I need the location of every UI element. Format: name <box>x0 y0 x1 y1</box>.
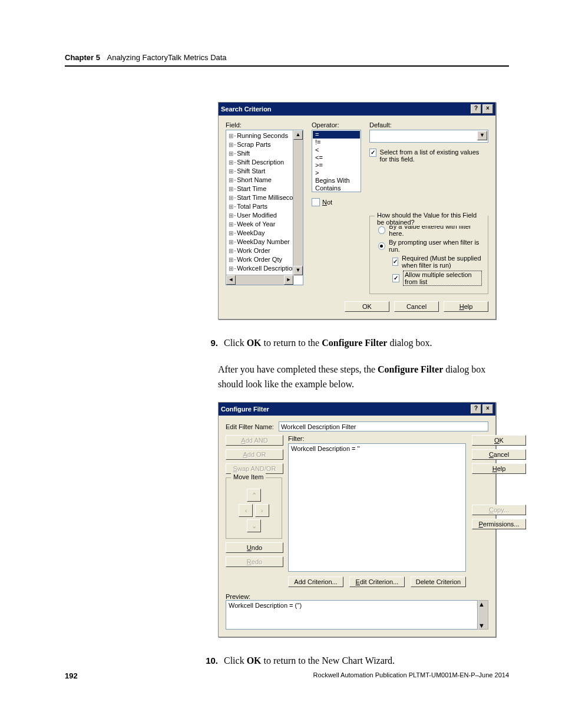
multi-checkbox[interactable] <box>392 274 399 282</box>
edit-criterion-button[interactable]: Edit Criterion... <box>349 577 405 587</box>
close-icon[interactable]: × <box>482 104 493 114</box>
not-checkbox[interactable] <box>312 198 320 206</box>
operator-list[interactable]: =!=<<=>=>Begins WithContainsis NULLis no… <box>312 130 361 192</box>
tree-item[interactable]: Start Time <box>227 185 293 193</box>
step-9: 9. Click OK to return to the Configure F… <box>197 336 507 351</box>
move-left-button[interactable]: ‹ <box>239 504 253 517</box>
header-rule <box>65 65 509 67</box>
delete-criterion-button[interactable]: Delete Criterion <box>411 577 466 587</box>
operator-item[interactable]: != <box>313 139 360 146</box>
vertical-scrollbar[interactable]: ▲ ▼ <box>293 130 303 275</box>
redo-button[interactable]: Redo <box>226 556 283 567</box>
filter-name-input[interactable] <box>279 421 488 431</box>
dialog-title: Search Criterion <box>221 106 272 113</box>
undo-button[interactable]: Undo <box>226 542 283 553</box>
tree-item[interactable]: WeekDay <box>227 229 293 238</box>
search-criterion-dialog: Search Criterion ? × Field: Running Seco… <box>218 102 496 319</box>
add-and-button[interactable]: Add AND <box>226 435 283 446</box>
required-label: Required (Must be supplied when filter i… <box>402 255 482 269</box>
configure-filter-dialog: Configure Filter ? × Edit Filter Name: A… <box>218 402 496 637</box>
operator-item[interactable]: < <box>313 146 360 154</box>
move-right-button[interactable]: › <box>255 504 269 517</box>
add-or-button[interactable]: Add OR <box>226 449 283 460</box>
multi-label: Allow multiple selection from list <box>403 271 482 286</box>
filter-item[interactable]: Workcell Description = '' <box>291 445 463 452</box>
tree-item[interactable]: Shift <box>227 149 293 158</box>
operator-label: Operator: <box>312 121 361 129</box>
horizontal-scrollbar[interactable]: ◄ ► <box>226 275 293 285</box>
scroll-up-icon[interactable]: ▲ <box>293 130 303 140</box>
help-button[interactable]: Help <box>472 463 526 474</box>
ok-button[interactable]: OK <box>472 435 526 446</box>
step-number: 10. <box>197 654 224 668</box>
help-icon[interactable]: ? <box>471 104 481 114</box>
scroll-right-icon[interactable]: ► <box>284 275 293 285</box>
tree-item[interactable]: Workcell Description <box>227 264 293 273</box>
cancel-button[interactable]: Cancel <box>394 301 439 312</box>
operator-item[interactable]: > <box>313 169 360 177</box>
dialog-title: Configure Filter <box>221 406 269 413</box>
text-bold: OK <box>247 338 262 348</box>
chapter-header: Chapter 5 Analyzing FactoryTalk Metrics … <box>65 53 509 62</box>
preview-textarea[interactable]: Workcell Description = ('') <box>226 600 478 630</box>
scroll-down-icon[interactable]: ▼ <box>293 266 303 275</box>
default-dropdown[interactable]: ▼ <box>369 130 488 143</box>
vertical-scrollbar[interactable]: ▲ ▼ <box>478 600 488 630</box>
select-existing-label: Select from a list of existing values fo… <box>380 149 488 163</box>
tree-item[interactable]: Work Order Qty <box>227 255 293 264</box>
cancel-button[interactable]: Cancel <box>472 449 526 460</box>
tree-item[interactable]: WeekDay Number <box>227 238 293 246</box>
tree-item[interactable]: User Modified <box>227 211 293 220</box>
required-checkbox[interactable] <box>392 258 398 266</box>
dialog-titlebar[interactable]: Search Criterion ? × <box>219 103 495 116</box>
swap-button[interactable]: Swap AND/OR <box>226 463 283 474</box>
operator-item[interactable]: <= <box>313 154 360 162</box>
text-bold: OK <box>247 655 262 666</box>
text: to return to the New Chart Wizard. <box>262 655 395 666</box>
paragraph: After you have completed these steps, th… <box>218 363 507 392</box>
scroll-up-icon[interactable]: ▲ <box>478 601 485 608</box>
move-up-button[interactable]: ⌃ <box>247 489 261 502</box>
tree-item[interactable]: Scrap Parts <box>227 140 293 149</box>
help-icon[interactable]: ? <box>471 404 481 414</box>
help-button[interactable]: Help <box>444 301 488 312</box>
add-criterion-button[interactable]: Add Criterion... <box>288 577 343 587</box>
permissions-button[interactable]: Permissions... <box>472 519 526 529</box>
scroll-left-icon[interactable]: ◄ <box>226 275 236 285</box>
tree-item[interactable]: Work Order <box>227 246 293 255</box>
group-legend: How should the Value for this Field be o… <box>375 212 488 226</box>
move-down-button[interactable]: ⌄ <box>247 519 261 532</box>
close-icon[interactable]: × <box>482 404 493 414</box>
move-item-group: Move Item ⌃ ‹ › ⌄ <box>226 477 282 539</box>
tree-item[interactable]: Total Parts <box>227 202 293 211</box>
filter-listbox[interactable]: Workcell Description = '' <box>288 443 466 572</box>
radio-by-value[interactable] <box>378 226 385 234</box>
default-label: Default: <box>369 121 488 129</box>
page-number: 192 <box>65 671 78 680</box>
scroll-down-icon[interactable]: ▼ <box>478 622 485 629</box>
value-obtained-group: How should the Value for this Field be o… <box>369 216 488 294</box>
tree-item[interactable]: Start Time Milliseconds <box>227 193 293 202</box>
operator-item[interactable]: >= <box>313 162 360 169</box>
tree-item[interactable]: Shift Description <box>227 158 293 167</box>
ok-button[interactable]: OK <box>345 301 389 312</box>
operator-item[interactable]: = <box>313 131 360 139</box>
tree-item[interactable]: Running Seconds <box>227 131 293 140</box>
operator-item[interactable]: Contains <box>313 185 360 192</box>
move-legend: Move Item <box>231 473 266 480</box>
tree-item[interactable]: Shift Start <box>227 167 293 176</box>
radio-by-prompt[interactable] <box>378 242 385 250</box>
field-tree[interactable]: Running SecondsScrap PartsShiftShift Des… <box>226 130 303 285</box>
chapter-number: Chapter 5 <box>65 53 100 62</box>
chevron-down-icon[interactable]: ▼ <box>477 131 487 140</box>
operator-item[interactable]: Begins With <box>313 177 360 185</box>
text-bold: Configure Filter <box>378 364 443 374</box>
text: to return to the <box>262 338 322 348</box>
tree-item[interactable]: Week of Year <box>227 220 293 229</box>
select-existing-checkbox[interactable] <box>369 149 376 157</box>
not-label: Not <box>322 199 332 206</box>
dialog-titlebar[interactable]: Configure Filter ? × <box>219 403 495 416</box>
copy-button[interactable]: Copy... <box>472 505 526 515</box>
tree-item[interactable]: Short Name <box>227 176 293 185</box>
text: Click <box>224 338 247 348</box>
